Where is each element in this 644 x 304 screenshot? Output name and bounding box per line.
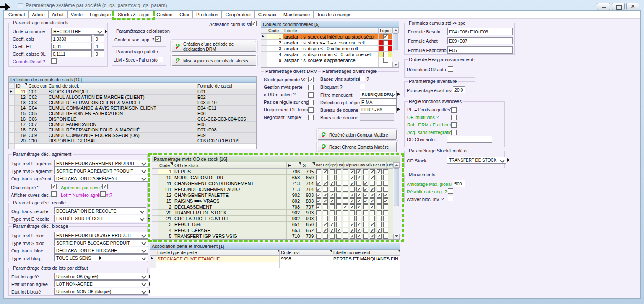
coeff-hl-input[interactable]: 0,01 [51,43,92,50]
table-row[interactable]: 1 REPLIS 706 705 [152,169,400,175]
scrollbar[interactable] [393,162,400,239]
row-checkbox[interactable] [323,169,328,174]
chai-integre-checkbox[interactable] [51,184,57,189]
row-checkbox[interactable] [323,181,328,186]
row-checkbox[interactable] [316,228,321,233]
mvt-combo[interactable]: SORTIE POUR AGRÉMENT PRODUIT [54,167,148,174]
row-checkbox[interactable] [316,181,321,186]
row-checkbox[interactable] [343,228,348,233]
row-checkbox[interactable] [363,169,368,174]
col-check[interactable]: Cép [344,162,351,168]
minimize-button[interactable] [597,3,610,10]
table-row[interactable]: 17 C07 CUMUL FABRICATION E05 [9,122,256,127]
row-checkbox[interactable] [363,222,368,227]
col-check[interactable]: Stad [358,162,365,168]
row-checkbox[interactable] [377,169,382,174]
close-button[interactable] [626,3,639,10]
mvt-combo[interactable]: ENTRÉE POUR AGRÉMENT PRODUIT [54,160,148,167]
option-checkbox[interactable] [451,122,457,128]
row-checkbox[interactable] [316,169,321,174]
row-checkbox[interactable] [323,228,328,233]
row-checkbox[interactable] [316,175,321,180]
row-checkbox[interactable] [343,181,348,186]
row-checkbox[interactable] [336,193,341,198]
couleur-soc-checkbox[interactable] [155,36,161,42]
row-checkbox[interactable] [370,198,375,204]
agrement-cuve-checkbox[interactable] [102,184,108,189]
row-checkbox[interactable] [356,198,361,204]
row-checkbox[interactable] [383,187,388,192]
row-checkbox[interactable] [363,181,368,186]
table-row[interactable]: 11 C01 STOCK PHYSIQUE E01 [9,89,256,95]
row-checkbox[interactable] [343,234,348,239]
row-checkbox[interactable] [377,198,382,204]
option-checkbox[interactable] [308,115,314,120]
row-checkbox[interactable] [377,216,382,221]
option-checkbox[interactable] [308,85,314,90]
table-row[interactable]: STOCKAGE CUVE ETANCHE 9998 PERTES ET MAN… [150,256,400,262]
col-check[interactable]: Cen [372,162,379,168]
mvt-combo[interactable]: ENTRÉE SUR RÉCOLTE [54,215,146,222]
row-checkbox[interactable] [343,187,348,192]
row-checkbox[interactable] [383,216,388,221]
ligne-checkbox[interactable] [383,52,388,57]
row-checkbox[interactable] [336,228,341,233]
row-checkbox[interactable] [370,169,375,174]
row-checkbox[interactable] [323,210,328,215]
row-checkbox[interactable] [370,193,375,198]
table-row[interactable] [150,262,400,268]
row-checkbox[interactable] [350,204,355,209]
maj-cumuls-button[interactable]: Mise à jour des cumuls de stocks [172,55,256,66]
row-checkbox[interactable] [330,193,335,198]
row-checkbox[interactable] [363,228,368,233]
row-checkbox[interactable] [356,234,361,239]
etat-lot-combo[interactable]: Utilisation OK (agréé) [54,273,148,280]
od-chai-input[interactable] [447,136,492,143]
row-checkbox[interactable] [356,187,361,192]
table-row[interactable]: 3 arsplan : si dispo <= 0 color one cell [261,46,399,52]
row-checkbox[interactable] [383,234,388,239]
filtre-manquant-combo[interactable]: RUBRIQUE DRM [360,91,397,98]
row-checkbox[interactable] [377,187,382,192]
scroll-up-icon[interactable] [392,28,399,33]
ligne-checkbox[interactable] [383,46,388,51]
table-row[interactable]: 4 RÉGUL CÉPAGE 653 652 [152,227,400,233]
row-checkbox[interactable] [377,175,382,180]
col-check[interactable]: Dom [337,162,344,168]
row-checkbox[interactable] [370,228,375,233]
row-checkbox[interactable] [323,204,328,209]
row-checkbox[interactable] [316,204,321,209]
row-checkbox[interactable] [316,193,321,198]
row-checkbox[interactable] [363,187,368,192]
col-check[interactable]: Bas [315,162,322,168]
col-e[interactable]: E [287,162,301,168]
table-row[interactable]: 2 arsplan : si stock <= 0 --> color one … [261,40,399,46]
coeff-hl-dec-input[interactable]: 4 [94,43,104,50]
afficher-cuves-checkbox[interactable] [51,191,57,197]
row-checkbox[interactable] [330,169,335,174]
row-checkbox[interactable] [343,175,348,180]
row-checkbox[interactable] [356,204,361,209]
reset-chrono-button[interactable]: Reset Chrono Compta Matière [318,142,397,152]
table-row[interactable]: 12 CHANGEMENT PALETTE 902 903 [152,192,400,198]
row-checkbox[interactable] [323,187,328,192]
row-checkbox[interactable] [363,234,368,239]
row-checkbox[interactable] [336,222,341,227]
scroll-thumb[interactable] [394,168,399,206]
coeff-caisse-input[interactable]: 0,1111 [51,50,92,57]
table-row[interactable]: 10 MODIFICATION DE DR 658 659 [152,175,400,180]
col-id[interactable]: ID [15,83,27,89]
reception-or-checkbox[interactable] [448,66,453,72]
bureau-douane-input[interactable]: PERP - 66 [360,106,397,113]
row-checkbox[interactable] [343,210,348,215]
row-checkbox[interactable] [356,193,361,198]
activation-cumuls-checkbox[interactable] [251,21,257,26]
detail-arrow-icon[interactable] [397,108,400,111]
cumuls-detail-checkbox[interactable] [51,58,57,64]
row-checkbox[interactable] [350,175,355,180]
row-checkbox[interactable] [343,204,348,209]
row-checkbox[interactable] [363,193,368,198]
row-checkbox[interactable] [363,210,368,215]
row-checkbox[interactable] [377,210,382,215]
row-checkbox[interactable] [370,222,375,227]
